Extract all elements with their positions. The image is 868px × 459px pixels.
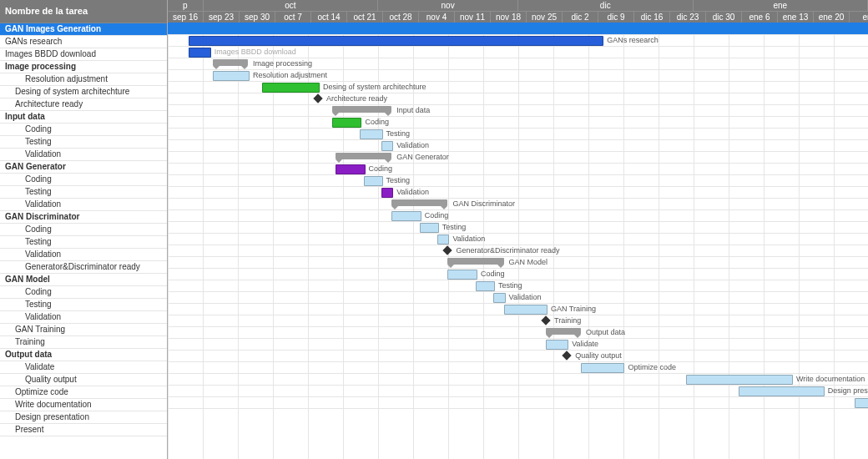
task-row[interactable]: Generator&Discriminator ready bbox=[0, 261, 167, 274]
gantt-bar[interactable] bbox=[262, 83, 320, 93]
week-label: oct 28 bbox=[383, 11, 419, 23]
bar-label: Validate bbox=[572, 340, 598, 348]
task-row[interactable]: Quality output bbox=[0, 374, 167, 386]
task-row[interactable]: Present bbox=[0, 424, 167, 436]
task-row[interactable]: GANs research bbox=[0, 36, 167, 48]
task-row[interactable]: Validate bbox=[0, 361, 167, 374]
gantt-bar[interactable] bbox=[686, 375, 793, 385]
bar-label: Coding bbox=[425, 211, 449, 219]
gantt-bar[interactable] bbox=[437, 235, 450, 245]
gantt-bar[interactable] bbox=[739, 386, 825, 396]
task-row[interactable]: Output data bbox=[0, 349, 167, 361]
bar-label: Image processing bbox=[253, 59, 312, 68]
week-label: nov 25 bbox=[527, 11, 563, 23]
task-row[interactable]: Testing bbox=[0, 136, 167, 149]
gantt-bar[interactable] bbox=[189, 36, 604, 46]
bar-label: Quality output bbox=[575, 351, 622, 360]
gantt-bar[interactable] bbox=[213, 71, 250, 81]
gantt-bar[interactable] bbox=[504, 305, 548, 315]
gantt-bar[interactable] bbox=[189, 48, 211, 58]
bar-label: Images BBDD download bbox=[214, 48, 296, 56]
task-row[interactable]: Resolution adjustment bbox=[0, 73, 167, 86]
gantt-bar[interactable] bbox=[336, 153, 391, 159]
milestone-icon[interactable] bbox=[563, 351, 572, 360]
month-label: oct bbox=[204, 0, 379, 11]
milestone-icon[interactable] bbox=[541, 315, 550, 325]
task-row[interactable]: Coding bbox=[0, 124, 167, 136]
week-label: nov 11 bbox=[455, 11, 491, 23]
task-row[interactable]: Input data bbox=[0, 111, 167, 124]
month-label: p bbox=[168, 0, 204, 11]
bar-label: GAN Model bbox=[509, 258, 548, 266]
gantt-bar[interactable] bbox=[360, 129, 382, 139]
bar-label: GAN Generator bbox=[396, 153, 449, 161]
task-row[interactable]: Coding bbox=[0, 286, 167, 299]
bar-label: Desing of system architechture bbox=[323, 83, 426, 91]
timeline-grid: GANs researchImages BBDD downloadImage p… bbox=[168, 23, 868, 459]
task-row[interactable]: GAN Model bbox=[0, 274, 167, 286]
task-row[interactable]: Validation bbox=[0, 249, 167, 261]
bar-label: GAN Training bbox=[551, 305, 596, 313]
month-label: ene bbox=[694, 0, 869, 11]
week-label: dic 23 bbox=[670, 11, 706, 23]
task-row[interactable]: Write documentation bbox=[0, 399, 167, 411]
gantt-bar[interactable] bbox=[476, 281, 495, 291]
task-row[interactable]: GAN Training bbox=[0, 324, 167, 336]
bar-label: GANs research bbox=[607, 36, 659, 44]
gantt-bar[interactable] bbox=[447, 258, 503, 265]
task-row[interactable]: Coding bbox=[0, 174, 167, 186]
task-row[interactable]: Validation bbox=[0, 311, 167, 324]
gantt-bar[interactable] bbox=[546, 340, 568, 350]
gantt-bar[interactable] bbox=[546, 328, 581, 335]
week-label: sep 16 bbox=[168, 11, 204, 23]
gantt-bar[interactable] bbox=[420, 223, 439, 233]
gantt-bar[interactable] bbox=[332, 106, 391, 113]
task-row[interactable]: Optimize code bbox=[0, 386, 167, 399]
task-row[interactable]: Validation bbox=[0, 199, 167, 211]
gantt-bar[interactable] bbox=[391, 211, 421, 221]
week-label: dic 16 bbox=[634, 11, 670, 23]
bar-label: Resolution adjustment bbox=[253, 71, 327, 79]
week-label: nov 18 bbox=[491, 11, 527, 23]
milestone-icon[interactable] bbox=[313, 93, 322, 103]
week-label: oct 21 bbox=[347, 11, 383, 23]
bar-label: Output data bbox=[586, 328, 625, 336]
week-label: dic 9 bbox=[598, 11, 634, 23]
task-row[interactable]: Validation bbox=[0, 149, 167, 161]
task-row[interactable]: Architecture ready bbox=[0, 98, 167, 111]
task-row[interactable]: GAN Generator bbox=[0, 161, 167, 174]
gantt-bar[interactable] bbox=[332, 118, 362, 128]
gantt-bar[interactable] bbox=[581, 363, 624, 373]
gantt-bar[interactable] bbox=[381, 141, 394, 151]
week-label: sep 23 bbox=[204, 11, 240, 23]
task-row[interactable]: Coding bbox=[0, 224, 167, 236]
gantt-bar[interactable] bbox=[391, 199, 447, 206]
task-row[interactable]: GAN Images Generation bbox=[0, 23, 167, 36]
gantt-bar[interactable] bbox=[855, 398, 868, 408]
bar-label: Coding bbox=[481, 270, 505, 278]
task-row[interactable]: GAN Discriminator bbox=[0, 211, 167, 224]
task-row[interactable]: Testing bbox=[0, 186, 167, 199]
task-row[interactable]: Testing bbox=[0, 236, 167, 249]
gantt-bar[interactable] bbox=[381, 188, 394, 198]
task-row[interactable]: Testing bbox=[0, 299, 167, 311]
bar-label: Architecture ready bbox=[326, 94, 387, 103]
task-row[interactable]: Training bbox=[0, 336, 167, 349]
gantt-chart: Nombre de la tarea GAN Images Generation… bbox=[0, 0, 868, 459]
bar-label: Testing bbox=[386, 129, 411, 138]
gantt-bar[interactable] bbox=[213, 59, 248, 66]
bar-label: Testing bbox=[386, 176, 411, 184]
bar-label: Training bbox=[554, 316, 581, 325]
gantt-bar[interactable] bbox=[447, 270, 477, 280]
task-row[interactable]: Design presentation bbox=[0, 411, 167, 424]
gantt-bar[interactable] bbox=[336, 164, 366, 174]
gantt-bar[interactable] bbox=[364, 176, 383, 186]
bar-label: Optimize code bbox=[628, 363, 676, 371]
timeline-header: poctnovdicene sep 16sep 23sep 30oct 7oct… bbox=[168, 0, 868, 23]
task-row[interactable]: Images BBDD download bbox=[0, 48, 167, 61]
gantt-bar[interactable] bbox=[493, 293, 506, 303]
task-row[interactable]: Desing of system architechture bbox=[0, 86, 167, 98]
milestone-icon[interactable] bbox=[443, 245, 452, 255]
week-label: ene 20 bbox=[814, 11, 850, 23]
task-row[interactable]: Image processing bbox=[0, 61, 167, 73]
